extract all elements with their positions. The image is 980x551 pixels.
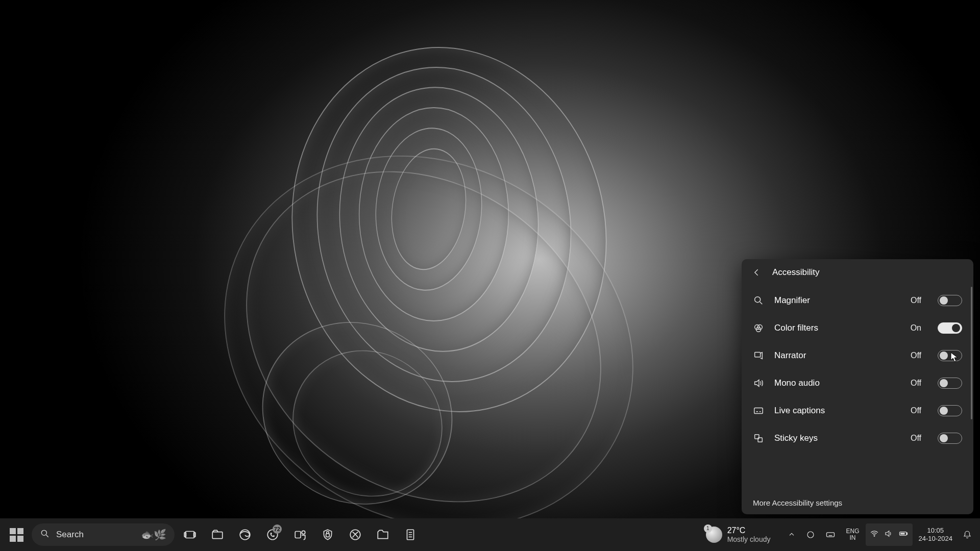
colorfilter-icon [753, 322, 764, 334]
network-sound-battery-button[interactable] [866, 523, 913, 546]
svg-rect-9 [185, 532, 194, 538]
pinned-app-edge[interactable] [233, 522, 257, 547]
tray-keyboard-icon[interactable] [821, 523, 840, 546]
mouse-cursor [950, 352, 958, 362]
toggle-color-filters[interactable] [938, 322, 962, 334]
svg-rect-15 [295, 532, 301, 538]
row-sticky-keys: Sticky keys Off [742, 424, 973, 452]
svg-rect-24 [906, 533, 907, 534]
row-state: Off [911, 406, 921, 415]
pinned-app-notepad[interactable] [398, 522, 423, 547]
accessibility-flyout: Accessibility Magnifier Off Color filter… [742, 259, 973, 514]
weather-badge: 1 [704, 524, 712, 533]
flyout-title: Accessibility [772, 267, 820, 278]
row-label: Sticky keys [774, 433, 900, 443]
volume-icon [884, 529, 893, 540]
row-label: Narrator [774, 350, 900, 361]
svg-rect-5 [754, 408, 763, 414]
weather-icon: 1 [706, 527, 722, 543]
toggle-live-captions[interactable] [938, 405, 962, 416]
pinned-app-explorer[interactable] [205, 522, 230, 547]
row-label: Live captions [774, 406, 900, 416]
more-accessibility-link[interactable]: More Accessibility settings [753, 498, 842, 507]
taskbar: Search 🐟🌿 72 1 27°C Mostly cloudy [0, 518, 980, 551]
pinned-app-teams[interactable] [288, 522, 312, 547]
language-indicator[interactable]: ENG IN [842, 523, 863, 546]
taskbar-search[interactable]: Search 🐟🌿 [32, 523, 175, 546]
start-button[interactable] [4, 522, 29, 547]
monoaudio-icon [753, 378, 764, 389]
whatsapp-badge: 72 [273, 524, 282, 534]
weather-widget[interactable]: 1 27°C Mostly cloudy [699, 526, 778, 543]
pinned-app-files[interactable] [371, 522, 395, 547]
clock-button[interactable]: 10:05 24-10-2024 [915, 523, 957, 546]
row-label: Color filters [774, 323, 900, 333]
pinned-app-xbox[interactable] [343, 522, 368, 547]
toggle-mono-audio[interactable] [938, 378, 962, 389]
svg-point-8 [41, 530, 46, 535]
captions-icon [753, 405, 764, 416]
lang-bottom: IN [849, 535, 855, 541]
row-state: Off [911, 434, 921, 443]
task-view-button[interactable] [178, 522, 202, 547]
row-state: Off [911, 379, 921, 388]
toggle-magnifier[interactable] [938, 295, 962, 306]
search-decoration-icon: 🐟🌿 [141, 529, 166, 541]
svg-rect-4 [755, 353, 761, 357]
toggle-narrator[interactable] [938, 350, 962, 361]
pinned-app-security[interactable] [315, 522, 340, 547]
row-state: On [911, 323, 921, 333]
magnifier-icon [753, 295, 764, 306]
svg-point-0 [755, 297, 761, 303]
tray-overflow-button[interactable] [783, 523, 800, 546]
svg-point-22 [874, 536, 875, 537]
clock-time: 10:05 [927, 527, 944, 535]
row-mono-audio: Mono audio Off [742, 369, 973, 397]
windows-logo-icon [10, 528, 23, 542]
row-label: Mono audio [774, 378, 900, 388]
row-narrator: Narrator Off [742, 342, 973, 369]
back-button[interactable] [751, 266, 763, 279]
row-magnifier: Magnifier Off [742, 287, 973, 314]
row-color-filters: Color filters On [742, 314, 973, 342]
flyout-scrollbar[interactable] [971, 287, 972, 419]
svg-rect-25 [900, 533, 904, 534]
wifi-icon [870, 529, 879, 540]
svg-point-16 [302, 531, 305, 534]
search-placeholder: Search [56, 530, 84, 540]
pinned-app-whatsapp[interactable]: 72 [260, 522, 285, 547]
svg-rect-17 [326, 534, 330, 537]
clock-date: 24-10-2024 [919, 535, 953, 543]
row-state: Off [911, 296, 921, 305]
svg-rect-12 [212, 532, 223, 539]
svg-point-20 [807, 532, 814, 538]
row-live-captions: Live captions Off [742, 397, 973, 424]
battery-icon [898, 529, 909, 541]
search-icon [40, 529, 50, 541]
svg-rect-21 [827, 533, 835, 537]
tray-app-icon[interactable] [802, 523, 819, 546]
weather-desc: Mostly cloudy [727, 535, 771, 543]
stickykeys-icon [753, 433, 764, 444]
weather-temp: 27°C [727, 526, 771, 535]
toggle-sticky-keys[interactable] [938, 433, 962, 444]
row-label: Magnifier [774, 295, 900, 306]
row-state: Off [911, 351, 921, 360]
narrator-icon [753, 350, 764, 361]
notifications-button[interactable] [959, 523, 976, 546]
